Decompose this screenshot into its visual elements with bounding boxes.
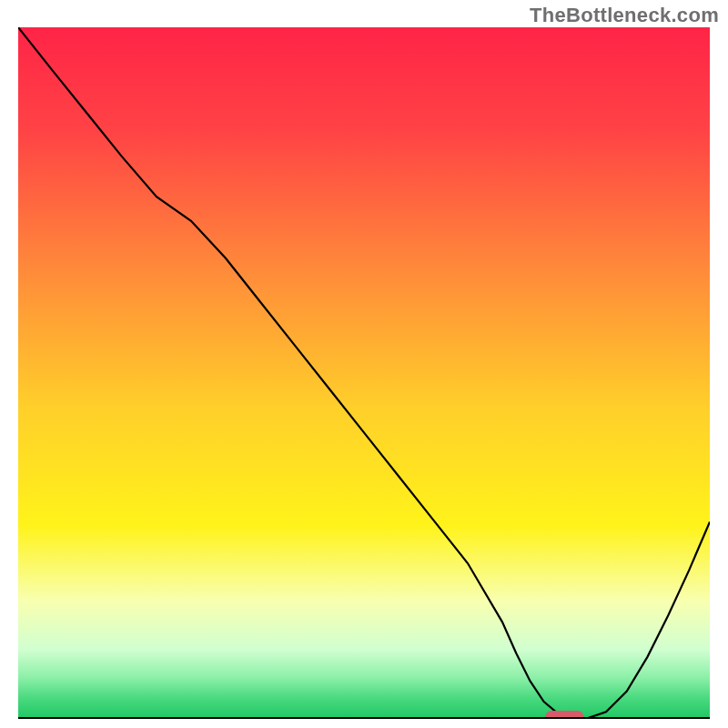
chart-svg — [18, 27, 710, 719]
bottleneck-chart — [18, 27, 710, 719]
watermark-text: TheBottleneck.com — [530, 4, 719, 27]
chart-background — [18, 27, 710, 719]
